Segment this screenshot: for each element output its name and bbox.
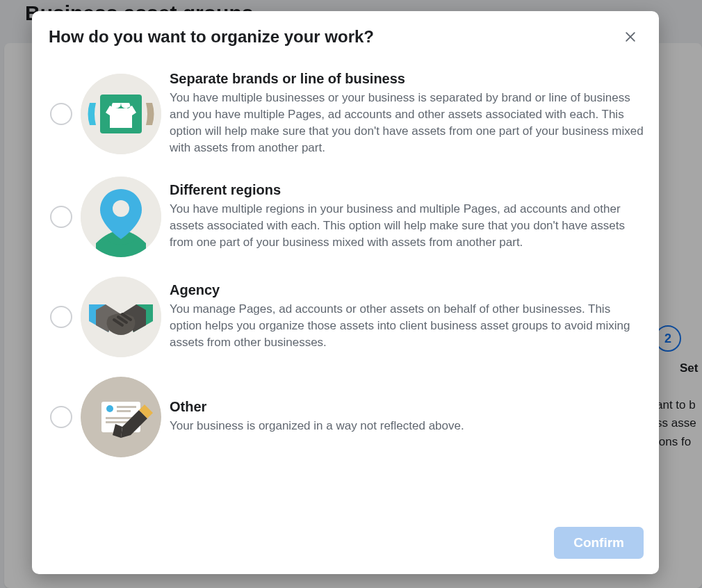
radio-different-regions[interactable] xyxy=(50,206,72,228)
option-description: You manage Pages, ad accounts or other a… xyxy=(170,301,644,351)
confirm-button[interactable]: Confirm xyxy=(554,527,644,559)
option-different-regions[interactable]: Different regions You have multiple regi… xyxy=(44,167,646,267)
brands-illustration-icon xyxy=(81,74,161,154)
option-description: You have multiple businesses or your bus… xyxy=(170,90,644,157)
option-separate-brands[interactable]: Separate brands or line of business You … xyxy=(44,61,646,167)
radio-other[interactable] xyxy=(50,406,72,428)
option-title: Other xyxy=(170,399,644,415)
modal-footer: Confirm xyxy=(32,517,659,574)
modal-header: How do you want to organize your work? xyxy=(32,11,659,57)
modal-body[interactable]: Separate brands or line of business You … xyxy=(32,57,659,517)
other-illustration-icon xyxy=(81,377,161,457)
svg-point-14 xyxy=(106,405,113,412)
modal-title: How do you want to organize your work? xyxy=(49,27,374,47)
svg-rect-16 xyxy=(117,410,131,412)
option-title: Separate brands or line of business xyxy=(170,71,644,87)
regions-illustration-icon xyxy=(81,177,161,257)
option-agency[interactable]: Agency You manage Pages, ad accounts or … xyxy=(44,267,646,367)
option-description: You have multiple regions in your busine… xyxy=(170,201,644,251)
option-description: Your business is organized in a way not … xyxy=(170,418,644,434)
radio-agency[interactable] xyxy=(50,306,72,328)
close-button[interactable] xyxy=(619,25,642,49)
option-title: Agency xyxy=(170,282,644,298)
radio-separate-brands[interactable] xyxy=(50,103,72,125)
agency-illustration-icon xyxy=(81,277,161,357)
option-title: Different regions xyxy=(170,182,644,198)
close-icon xyxy=(623,30,637,44)
svg-rect-15 xyxy=(117,406,136,408)
svg-point-6 xyxy=(113,200,129,217)
organize-work-modal: How do you want to organize your work? xyxy=(32,11,659,574)
option-other[interactable]: Other Your business is organized in a wa… xyxy=(44,367,646,467)
